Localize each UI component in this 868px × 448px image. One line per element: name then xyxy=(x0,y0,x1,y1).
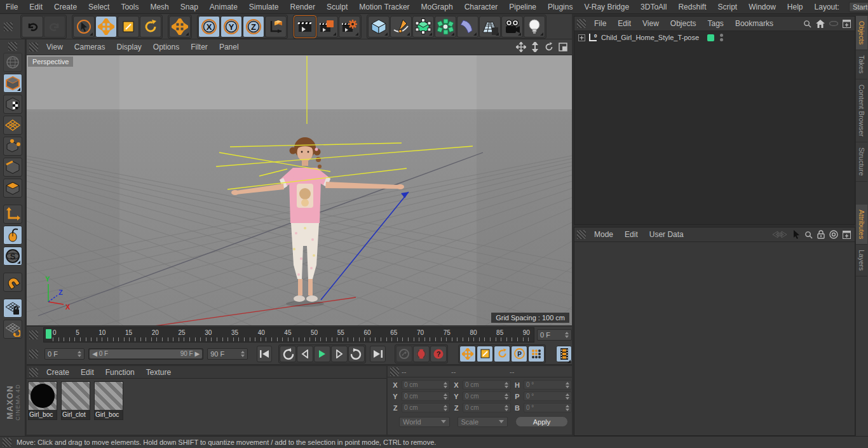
object-menu-item[interactable]: Bookmarks xyxy=(729,17,779,30)
lock-icon[interactable] xyxy=(817,230,825,239)
lock-z-axis[interactable]: Z xyxy=(243,16,264,37)
menubar-item[interactable]: Create xyxy=(48,1,83,13)
menubar-item[interactable]: Motion Tracker xyxy=(353,1,415,13)
attribute-grip[interactable] xyxy=(577,230,586,239)
play-forwards-button[interactable] xyxy=(348,346,365,362)
menubar-item[interactable]: File xyxy=(0,1,24,13)
menubar-item[interactable]: Character xyxy=(459,1,504,13)
texture-mode-button[interactable] xyxy=(3,95,22,114)
play-button[interactable] xyxy=(314,346,330,362)
material-item[interactable]: Girl_boc xyxy=(28,381,57,420)
render-view-button[interactable] xyxy=(294,16,316,37)
material-item[interactable]: Girl_clot xyxy=(61,381,90,420)
frame-spinner[interactable] xyxy=(565,332,569,338)
tab-content-browser[interactable]: Content Browser xyxy=(856,79,867,142)
rot-p-field[interactable]: 0 ° xyxy=(524,391,572,401)
current-frame-box[interactable]: 0 F xyxy=(537,329,572,341)
render-settings-button[interactable] xyxy=(339,16,360,37)
material-preview[interactable] xyxy=(95,382,123,410)
material-preview[interactable] xyxy=(29,382,57,410)
undo-button[interactable] xyxy=(22,16,43,37)
material-menu-item[interactable]: Texture xyxy=(140,366,177,379)
viewport-menu-item[interactable]: Filter xyxy=(185,41,214,53)
menubar-item[interactable]: Render xyxy=(285,1,321,13)
add-panel-icon[interactable] xyxy=(843,231,851,239)
start-frame-field[interactable]: 0 F xyxy=(44,348,85,360)
menubar-item[interactable]: Animate xyxy=(204,1,243,13)
material-preview[interactable] xyxy=(62,382,90,410)
timeline-mode-button[interactable] xyxy=(556,346,572,362)
pan-view-icon[interactable] xyxy=(516,42,526,52)
coordinates-grip[interactable] xyxy=(390,367,399,376)
material-name[interactable]: Girl_boc xyxy=(95,410,123,419)
mode-toolbar-grip[interactable] xyxy=(8,42,17,51)
toolbar-grip[interactable] xyxy=(4,22,13,31)
size-z-spinner[interactable] xyxy=(505,405,508,411)
size-x-field[interactable]: 0 cm xyxy=(463,380,511,390)
rotate-tool[interactable] xyxy=(140,16,161,37)
add-light-button[interactable] xyxy=(524,16,545,37)
size-z-field[interactable]: 0 cm xyxy=(463,403,511,412)
timeline-grip[interactable] xyxy=(29,330,38,339)
rot-h-spinner[interactable] xyxy=(566,382,569,388)
viewport-menu-item[interactable]: View xyxy=(41,41,69,53)
layer-color-swatch[interactable] xyxy=(707,34,714,41)
scale-tool[interactable] xyxy=(118,16,139,37)
previous-frame-button[interactable] xyxy=(297,346,313,362)
tab-layers[interactable]: Layers xyxy=(856,245,867,276)
size-y-field[interactable]: 0 cm xyxy=(463,391,511,401)
menubar-item[interactable]: Sculpt xyxy=(321,1,353,13)
move-tool[interactable] xyxy=(95,16,117,37)
key-position-toggle[interactable] xyxy=(459,346,476,362)
add-camera-button[interactable] xyxy=(501,16,523,37)
lock-y-axis[interactable]: Y xyxy=(220,16,242,37)
pos-z-field[interactable]: 0 cm xyxy=(402,403,450,412)
menubar-item[interactable]: Pipeline xyxy=(503,1,542,13)
key-rotation-toggle[interactable] xyxy=(494,346,510,362)
attribute-menu-item[interactable]: User Data xyxy=(644,228,689,241)
size-y-spinner[interactable] xyxy=(505,393,508,400)
camera-label[interactable]: Perspective xyxy=(28,57,73,67)
make-editable-icon[interactable] xyxy=(3,53,22,72)
status-grip[interactable] xyxy=(3,438,11,447)
material-name[interactable]: Girl_boc xyxy=(29,410,57,419)
planar-workplane-button[interactable] xyxy=(3,320,22,339)
zoom-view-icon[interactable] xyxy=(530,42,540,52)
eye-icon[interactable] xyxy=(829,21,838,26)
rot-p-spinner[interactable] xyxy=(566,393,569,400)
search-icon[interactable] xyxy=(804,231,813,239)
snap-button[interactable] xyxy=(3,273,22,292)
menubar-item[interactable]: Mesh xyxy=(144,1,174,13)
goto-start-button[interactable] xyxy=(257,346,273,362)
home-icon[interactable] xyxy=(816,20,825,28)
object-manager-grip[interactable] xyxy=(577,19,586,28)
tab-structure[interactable]: Structure xyxy=(856,142,867,182)
pos-z-spinner[interactable] xyxy=(444,405,447,411)
key-parameter-toggle[interactable]: P xyxy=(511,346,527,362)
key-pla-toggle[interactable] xyxy=(528,346,545,362)
play-backwards-button[interactable] xyxy=(280,346,296,362)
cursor-mode-icon[interactable] xyxy=(792,230,800,239)
expand-icon[interactable] xyxy=(578,34,585,41)
apply-button[interactable]: Apply xyxy=(515,416,568,427)
start-frame-spinner[interactable] xyxy=(78,351,81,357)
workplane-mode-button[interactable] xyxy=(3,116,22,135)
menubar-item[interactable]: Help xyxy=(782,1,809,13)
soft-selection-button[interactable]: S xyxy=(3,247,22,266)
transform-mode-dropdown[interactable]: Scale xyxy=(458,417,508,427)
live-selection-tool[interactable] xyxy=(73,16,95,37)
pos-x-field[interactable]: 0 cm xyxy=(402,380,450,390)
enable-axis-button[interactable] xyxy=(3,205,22,224)
viewport-grip[interactable] xyxy=(29,43,38,51)
layout-select[interactable]: Startup xyxy=(849,2,868,12)
add-deformer-button[interactable] xyxy=(457,16,478,37)
search-icon[interactable] xyxy=(803,20,811,28)
menubar-item[interactable]: 3DToAll xyxy=(635,1,672,13)
timeline-ruler[interactable]: 051015202530354045505560657075808590 xyxy=(43,327,534,343)
menubar-item[interactable]: Edit xyxy=(24,1,48,13)
coordinate-system-dropdown[interactable]: World xyxy=(399,417,450,427)
add-panel-icon[interactable] xyxy=(843,20,851,28)
menubar-item[interactable]: Tools xyxy=(115,1,144,13)
lock-workplane-button[interactable] xyxy=(3,299,22,318)
render-to-picture-viewer-button[interactable] xyxy=(316,16,338,37)
